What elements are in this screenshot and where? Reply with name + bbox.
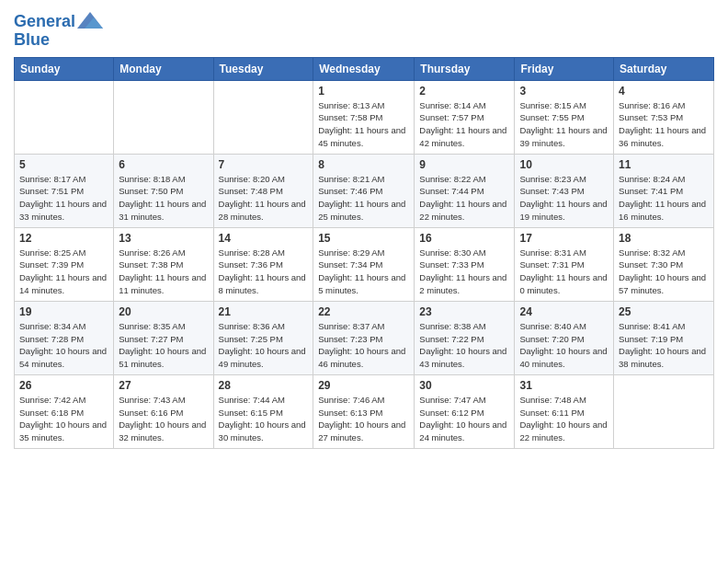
calendar-cell: 1Sunrise: 8:13 AM Sunset: 7:58 PM Daylig…: [313, 80, 415, 154]
day-number: 4: [619, 85, 709, 98]
weekday-header-thursday: Thursday: [415, 57, 515, 80]
week-row-5: 26Sunrise: 7:42 AM Sunset: 6:18 PM Dayli…: [15, 374, 714, 448]
calendar-cell: 8Sunrise: 8:21 AM Sunset: 7:46 PM Daylig…: [313, 154, 415, 227]
day-number: 13: [119, 232, 208, 245]
calendar-cell: [15, 80, 114, 154]
calendar-cell: 9Sunrise: 8:22 AM Sunset: 7:44 PM Daylig…: [415, 154, 515, 227]
day-number: 21: [219, 305, 309, 318]
day-info: Sunrise: 7:47 AM Sunset: 6:12 PM Dayligh…: [419, 394, 509, 444]
day-number: 23: [419, 305, 509, 318]
day-info: Sunrise: 8:31 AM Sunset: 7:31 PM Dayligh…: [519, 247, 609, 297]
calendar-cell: 27Sunrise: 7:43 AM Sunset: 6:16 PM Dayli…: [114, 374, 213, 448]
weekday-header-sunday: Sunday: [15, 57, 114, 80]
day-number: 8: [318, 158, 409, 171]
day-number: 30: [419, 379, 509, 392]
day-info: Sunrise: 8:30 AM Sunset: 7:33 PM Dayligh…: [419, 247, 509, 297]
day-info: Sunrise: 8:41 AM Sunset: 7:19 PM Dayligh…: [619, 320, 709, 371]
day-info: Sunrise: 7:44 AM Sunset: 6:15 PM Dayligh…: [219, 394, 309, 444]
day-info: Sunrise: 8:21 AM Sunset: 7:46 PM Dayligh…: [318, 173, 409, 224]
calendar-cell: [114, 80, 213, 154]
day-info: Sunrise: 8:15 AM Sunset: 7:55 PM Dayligh…: [519, 99, 609, 150]
day-number: 27: [119, 379, 208, 392]
calendar-cell: 20Sunrise: 8:35 AM Sunset: 7:27 PM Dayli…: [114, 301, 213, 374]
day-info: Sunrise: 8:14 AM Sunset: 7:57 PM Dayligh…: [419, 99, 509, 150]
day-number: 14: [219, 232, 309, 245]
day-number: 19: [19, 305, 108, 318]
day-number: 17: [519, 232, 609, 245]
week-row-4: 19Sunrise: 8:34 AM Sunset: 7:28 PM Dayli…: [15, 301, 714, 374]
calendar: SundayMondayTuesdayWednesdayThursdayFrid…: [14, 57, 714, 449]
day-info: Sunrise: 7:43 AM Sunset: 6:16 PM Dayligh…: [119, 394, 208, 444]
day-number: 2: [419, 85, 509, 98]
day-number: 26: [19, 379, 108, 392]
day-number: 20: [119, 305, 208, 318]
day-info: Sunrise: 8:23 AM Sunset: 7:43 PM Dayligh…: [519, 173, 609, 224]
day-info: Sunrise: 7:48 AM Sunset: 6:11 PM Dayligh…: [519, 394, 609, 444]
calendar-cell: 30Sunrise: 7:47 AM Sunset: 6:12 PM Dayli…: [415, 374, 515, 448]
day-number: 6: [119, 158, 208, 171]
calendar-cell: 10Sunrise: 8:23 AM Sunset: 7:43 PM Dayli…: [515, 154, 614, 227]
calendar-cell: 23Sunrise: 8:38 AM Sunset: 7:22 PM Dayli…: [415, 301, 515, 374]
day-number: 11: [619, 158, 709, 171]
calendar-cell: 28Sunrise: 7:44 AM Sunset: 6:15 PM Dayli…: [213, 374, 313, 448]
day-number: 16: [419, 232, 509, 245]
day-info: Sunrise: 8:20 AM Sunset: 7:48 PM Dayligh…: [219, 173, 309, 224]
calendar-cell: 12Sunrise: 8:25 AM Sunset: 7:39 PM Dayli…: [15, 227, 114, 301]
day-info: Sunrise: 8:28 AM Sunset: 7:36 PM Dayligh…: [219, 247, 309, 297]
day-info: Sunrise: 8:24 AM Sunset: 7:41 PM Dayligh…: [619, 173, 709, 224]
calendar-cell: 18Sunrise: 8:32 AM Sunset: 7:30 PM Dayli…: [614, 227, 714, 301]
day-number: 1: [318, 85, 409, 98]
day-info: Sunrise: 8:13 AM Sunset: 7:58 PM Dayligh…: [318, 99, 409, 150]
day-info: Sunrise: 8:29 AM Sunset: 7:34 PM Dayligh…: [318, 247, 409, 297]
calendar-cell: 21Sunrise: 8:36 AM Sunset: 7:25 PM Dayli…: [213, 301, 313, 374]
day-number: 9: [419, 158, 509, 171]
day-number: 28: [219, 379, 309, 392]
day-number: 7: [219, 158, 309, 171]
calendar-cell: [614, 374, 714, 448]
calendar-cell: 24Sunrise: 8:40 AM Sunset: 7:20 PM Dayli…: [515, 301, 614, 374]
calendar-cell: 14Sunrise: 8:28 AM Sunset: 7:36 PM Dayli…: [213, 227, 313, 301]
calendar-cell: 16Sunrise: 8:30 AM Sunset: 7:33 PM Dayli…: [415, 227, 515, 301]
day-number: 10: [519, 158, 609, 171]
day-info: Sunrise: 8:35 AM Sunset: 7:27 PM Dayligh…: [119, 320, 208, 371]
day-info: Sunrise: 8:37 AM Sunset: 7:23 PM Dayligh…: [318, 320, 409, 371]
calendar-cell: 25Sunrise: 8:41 AM Sunset: 7:19 PM Dayli…: [614, 301, 714, 374]
calendar-cell: 4Sunrise: 8:16 AM Sunset: 7:53 PM Daylig…: [614, 80, 714, 154]
calendar-cell: 17Sunrise: 8:31 AM Sunset: 7:31 PM Dayli…: [515, 227, 614, 301]
weekday-header-wednesday: Wednesday: [313, 57, 415, 80]
week-row-3: 12Sunrise: 8:25 AM Sunset: 7:39 PM Dayli…: [15, 227, 714, 301]
day-number: 25: [619, 305, 709, 318]
day-info: Sunrise: 8:38 AM Sunset: 7:22 PM Dayligh…: [419, 320, 509, 371]
day-info: Sunrise: 8:34 AM Sunset: 7:28 PM Dayligh…: [19, 320, 108, 371]
day-info: Sunrise: 8:22 AM Sunset: 7:44 PM Dayligh…: [419, 173, 509, 224]
day-info: Sunrise: 8:16 AM Sunset: 7:53 PM Dayligh…: [619, 99, 709, 150]
day-number: 31: [519, 379, 609, 392]
week-row-2: 5Sunrise: 8:17 AM Sunset: 7:51 PM Daylig…: [15, 154, 714, 227]
week-row-1: 1Sunrise: 8:13 AM Sunset: 7:58 PM Daylig…: [15, 80, 714, 154]
logo-icon: [77, 10, 103, 30]
calendar-cell: 7Sunrise: 8:20 AM Sunset: 7:48 PM Daylig…: [213, 154, 313, 227]
day-number: 5: [19, 158, 108, 171]
day-number: 29: [318, 379, 409, 392]
weekday-header-row: SundayMondayTuesdayWednesdayThursdayFrid…: [15, 57, 714, 80]
day-info: Sunrise: 8:17 AM Sunset: 7:51 PM Dayligh…: [19, 173, 108, 224]
header: General Blue: [14, 9, 714, 50]
page: General Blue SundayMondayTuesdayWednesda…: [0, 0, 728, 563]
calendar-cell: 19Sunrise: 8:34 AM Sunset: 7:28 PM Dayli…: [15, 301, 114, 374]
weekday-header-tuesday: Tuesday: [213, 57, 313, 80]
weekday-header-friday: Friday: [515, 57, 614, 80]
day-number: 12: [19, 232, 108, 245]
logo: General Blue: [14, 13, 103, 50]
calendar-cell: 29Sunrise: 7:46 AM Sunset: 6:13 PM Dayli…: [313, 374, 415, 448]
calendar-cell: 31Sunrise: 7:48 AM Sunset: 6:11 PM Dayli…: [515, 374, 614, 448]
day-info: Sunrise: 7:42 AM Sunset: 6:18 PM Dayligh…: [19, 394, 108, 444]
calendar-cell: 6Sunrise: 8:18 AM Sunset: 7:50 PM Daylig…: [114, 154, 213, 227]
day-info: Sunrise: 7:46 AM Sunset: 6:13 PM Dayligh…: [318, 394, 409, 444]
calendar-cell: 15Sunrise: 8:29 AM Sunset: 7:34 PM Dayli…: [313, 227, 415, 301]
day-info: Sunrise: 8:18 AM Sunset: 7:50 PM Dayligh…: [119, 173, 208, 224]
calendar-cell: 26Sunrise: 7:42 AM Sunset: 6:18 PM Dayli…: [15, 374, 114, 448]
calendar-cell: 13Sunrise: 8:26 AM Sunset: 7:38 PM Dayli…: [114, 227, 213, 301]
calendar-cell: 3Sunrise: 8:15 AM Sunset: 7:55 PM Daylig…: [515, 80, 614, 154]
day-number: 3: [519, 85, 609, 98]
day-info: Sunrise: 8:25 AM Sunset: 7:39 PM Dayligh…: [19, 247, 108, 297]
